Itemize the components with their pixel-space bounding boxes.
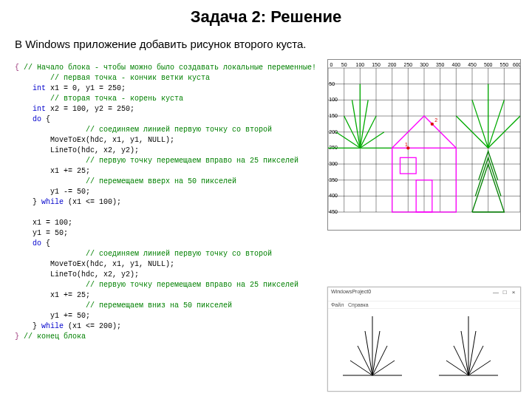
svg-text:600: 600 (513, 62, 520, 67)
svg-text:150: 150 (329, 113, 338, 118)
close-icon[interactable]: × (510, 289, 517, 296)
svg-point-64 (431, 123, 434, 126)
code-text: } (15, 322, 41, 330)
code-comment: // конец блока (24, 332, 86, 341)
window-menu: Файл Справка (328, 301, 520, 309)
code-kw: while (41, 322, 64, 330)
svg-text:350: 350 (329, 177, 338, 183)
svg-text:400: 400 (452, 62, 461, 67)
code-text: (x1 <= 100); (64, 198, 121, 206)
svg-text:250: 250 (404, 62, 413, 67)
svg-text:450: 450 (468, 62, 477, 67)
svg-text:0: 0 (330, 62, 332, 67)
menu-help[interactable]: Справка (348, 302, 368, 307)
code-text: { (41, 115, 50, 123)
app-window: WindowsProject0 — □ × Файл Справка (327, 287, 521, 392)
code-kw: do (15, 115, 41, 123)
code-text: x1 = 0, y1 = 250; (46, 84, 126, 92)
code-text: y1 = 50; (15, 229, 68, 237)
code-comment: // первую точку перемещаем вправо на 25 … (50, 281, 299, 289)
code-kw: int (15, 105, 46, 113)
brace-open: { (15, 64, 19, 72)
code-text: LineTo(hdc, x2, y2); (15, 146, 139, 154)
window-buttons: — □ × (492, 289, 517, 299)
svg-line-57 (488, 100, 505, 148)
brace-close: } (15, 332, 19, 341)
code-comment: // вторая точка - корень куста (33, 95, 183, 103)
svg-text:300: 300 (329, 161, 338, 166)
code-text: { (41, 239, 50, 248)
code-text: x1 += 25; (15, 167, 90, 175)
code-text: } (15, 198, 41, 206)
svg-text:100: 100 (329, 98, 338, 103)
menu-file[interactable]: Файл (331, 302, 344, 307)
grid-drawing: 050100 150200250 300350400 450500550 600… (327, 59, 521, 231)
svg-text:450: 450 (329, 209, 338, 214)
svg-text:50: 50 (329, 81, 335, 86)
code-comment: // перемещаем вниз на 50 пикселей (50, 301, 232, 310)
page-title: Задача 2: Решение (0, 7, 532, 27)
code-text: MoveToEx(hdc, x1, y1, NULL); (15, 260, 174, 268)
code-comment: // первую точку перемещаем вправо на 25 … (50, 157, 299, 165)
code-comment: // перемещаем вверх на 50 пикселей (50, 177, 236, 185)
svg-text:500: 500 (484, 62, 493, 67)
svg-text:300: 300 (420, 62, 429, 67)
svg-text:50: 50 (341, 62, 347, 67)
code-text: x1 = 100; (15, 219, 72, 227)
svg-line-55 (472, 100, 488, 148)
grid-svg: 050100 150200250 300350400 450500550 600… (328, 60, 520, 230)
code-text: (x1 <= 200); (64, 322, 121, 330)
minimize-icon[interactable]: — (492, 289, 499, 296)
code-comment: // соединяем линией первую точку со втор… (50, 126, 272, 134)
code-kw: do (15, 239, 41, 248)
svg-text:100: 100 (356, 62, 365, 67)
code-text: MoveToEx(hdc, x1, y1, NULL); (15, 136, 174, 144)
code-text: LineTo(hdc, x2, y2); (15, 270, 139, 279)
svg-text:550: 550 (500, 62, 509, 67)
svg-text:1: 1 (405, 142, 408, 147)
maximize-icon[interactable]: □ (501, 289, 508, 296)
subtitle: В Windows приложение добавить рисунок вт… (15, 38, 532, 50)
svg-text:200: 200 (388, 62, 397, 67)
window-title: WindowsProject0 (331, 289, 371, 299)
code-block: { // Начало блока - чтобы можно было соз… (15, 63, 316, 342)
code-comment: // первая точка - кончик ветки куста (33, 74, 210, 82)
code-kw: int (15, 84, 46, 92)
code-kw: while (41, 198, 64, 206)
window-canvas (328, 309, 520, 390)
code-text: x1 += 25; (15, 291, 90, 299)
code-text: x2 = 100, y2 = 250; (46, 105, 134, 113)
code-text: y1 += 50; (15, 312, 90, 320)
svg-text:400: 400 (329, 194, 338, 199)
svg-text:2: 2 (434, 117, 437, 123)
code-comment: // Начало блока - чтобы можно было созда… (24, 64, 316, 72)
svg-text:150: 150 (372, 62, 381, 67)
window-titlebar: WindowsProject0 — □ × (328, 287, 520, 301)
code-text: y1 -= 50; (15, 188, 90, 196)
svg-text:350: 350 (436, 62, 445, 67)
code-comment: // соединяем линией первую точку со втор… (50, 250, 272, 258)
